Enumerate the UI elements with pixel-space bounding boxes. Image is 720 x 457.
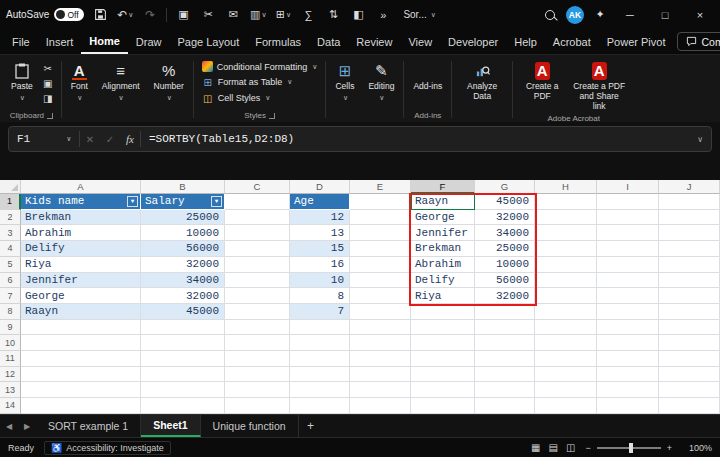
avatar[interactable]: AK (566, 6, 584, 24)
cell-E12[interactable] (350, 367, 411, 383)
row-header-1[interactable]: 1 (0, 194, 21, 210)
cell-C2[interactable] (225, 210, 290, 226)
add-sheet-button[interactable]: + (299, 415, 323, 437)
cell-F6[interactable]: Delify (411, 273, 475, 289)
cell-J9[interactable] (659, 320, 720, 336)
cell-G2[interactable]: 32000 (475, 210, 535, 226)
cell-B3[interactable]: 10000 (141, 225, 225, 241)
cell-C13[interactable] (225, 382, 290, 398)
cell-J1[interactable] (659, 194, 720, 210)
cell-H6[interactable] (535, 273, 597, 289)
cell-I6[interactable] (597, 273, 659, 289)
cell-H9[interactable] (535, 320, 597, 336)
cell-D12[interactable] (290, 367, 350, 383)
cell-B8[interactable]: 45000 (141, 304, 225, 320)
paste-button[interactable]: Paste ∨ (7, 59, 37, 105)
cell-A14[interactable] (21, 398, 141, 414)
column-header-E[interactable]: E (350, 180, 411, 194)
row-header-3[interactable]: 3 (0, 225, 21, 241)
tab-formulas[interactable]: Formulas (247, 29, 309, 54)
cell-H8[interactable] (535, 304, 597, 320)
cell-F10[interactable] (411, 335, 475, 351)
row-header-4[interactable]: 4 (0, 241, 21, 257)
cell-E1[interactable] (350, 194, 411, 210)
cell-A12[interactable] (21, 367, 141, 383)
cell-G10[interactable] (475, 335, 535, 351)
cell-I1[interactable] (597, 194, 659, 210)
cell-E6[interactable] (350, 273, 411, 289)
minimize-button[interactable]: ─ (616, 0, 644, 29)
cell-G4[interactable]: 25000 (475, 241, 535, 257)
cell-D11[interactable] (290, 351, 350, 367)
cell-I10[interactable] (597, 335, 659, 351)
name-box[interactable]: F1 ∨ (9, 127, 79, 151)
cell-I5[interactable] (597, 257, 659, 273)
cell-A10[interactable] (21, 335, 141, 351)
cell-F4[interactable]: Brekman (411, 241, 475, 257)
tab-file[interactable]: File (4, 29, 38, 54)
cell-I12[interactable] (597, 367, 659, 383)
cell-G11[interactable] (475, 351, 535, 367)
cell-G5[interactable]: 10000 (475, 257, 535, 273)
cell-E10[interactable] (350, 335, 411, 351)
autosum-icon[interactable]: ∑ (299, 6, 317, 24)
zoom-out-icon[interactable]: − (585, 443, 590, 453)
cell-E2[interactable] (350, 210, 411, 226)
cell-D3[interactable]: 13 (290, 225, 350, 241)
cell-E4[interactable] (350, 241, 411, 257)
cell-A8[interactable]: Raayn (21, 304, 141, 320)
cell-I8[interactable] (597, 304, 659, 320)
cell-E5[interactable] (350, 257, 411, 273)
cell-G14[interactable] (475, 398, 535, 414)
cell-J12[interactable] (659, 367, 720, 383)
chart-icon[interactable]: ▥∨ (249, 6, 267, 24)
table-icon[interactable]: ⊞∨ (274, 6, 292, 24)
cell-E14[interactable] (350, 398, 411, 414)
cell-B4[interactable]: 56000 (141, 241, 225, 257)
cell-F5[interactable]: Abrahim (411, 257, 475, 273)
cell-B14[interactable] (141, 398, 225, 414)
cell-F14[interactable] (411, 398, 475, 414)
formula-input[interactable]: =SORTBY(Table15,D2:D8) (141, 133, 689, 145)
column-header-J[interactable]: J (659, 180, 720, 194)
sparkle-icon[interactable]: ✦ (591, 6, 609, 24)
cell-A1[interactable]: Kids name▼ (21, 194, 141, 210)
column-header-F[interactable]: F (411, 180, 475, 194)
zoom-slider[interactable] (597, 447, 661, 449)
create-pdf-share-button[interactable]: A Create a PDF and Share link (569, 59, 629, 114)
page-break-view-icon[interactable]: ◫ (566, 442, 575, 453)
dialog-launcher-icon[interactable] (269, 113, 275, 119)
column-header-H[interactable]: H (535, 180, 597, 194)
cell-I3[interactable] (597, 225, 659, 241)
row-header-11[interactable]: 11 (0, 351, 21, 367)
column-header-G[interactable]: G (475, 180, 535, 194)
font-button[interactable]: A Font ∨ (67, 59, 92, 105)
tab-insert[interactable]: Insert (38, 29, 82, 54)
cell-J7[interactable] (659, 288, 720, 304)
cell-A5[interactable]: Riya (21, 257, 141, 273)
cell-H10[interactable] (535, 335, 597, 351)
cell-C8[interactable] (225, 304, 290, 320)
tab-acrobat[interactable]: Acrobat (545, 29, 599, 54)
select-all-corner[interactable] (0, 180, 21, 194)
cell-C10[interactable] (225, 335, 290, 351)
cut-icon[interactable]: ✂ (40, 61, 56, 75)
cell-D6[interactable]: 10 (290, 273, 350, 289)
cell-J10[interactable] (659, 335, 720, 351)
enter-icon[interactable]: ✓ (100, 134, 120, 145)
cell-D7[interactable]: 8 (290, 288, 350, 304)
cell-J6[interactable] (659, 273, 720, 289)
cell-H4[interactable] (535, 241, 597, 257)
cell-J2[interactable] (659, 210, 720, 226)
cell-J3[interactable] (659, 225, 720, 241)
cell-B2[interactable]: 25000 (141, 210, 225, 226)
cell-G3[interactable]: 34000 (475, 225, 535, 241)
zoom-in-icon[interactable]: + (667, 443, 672, 453)
cell-C1[interactable] (225, 194, 290, 210)
cell-G13[interactable] (475, 382, 535, 398)
alignment-button[interactable]: ≡ Alignment ∨ (98, 59, 144, 105)
cancel-icon[interactable]: ✕ (80, 134, 100, 145)
cell-C3[interactable] (225, 225, 290, 241)
cell-F9[interactable] (411, 320, 475, 336)
row-header-9[interactable]: 9 (0, 320, 21, 336)
